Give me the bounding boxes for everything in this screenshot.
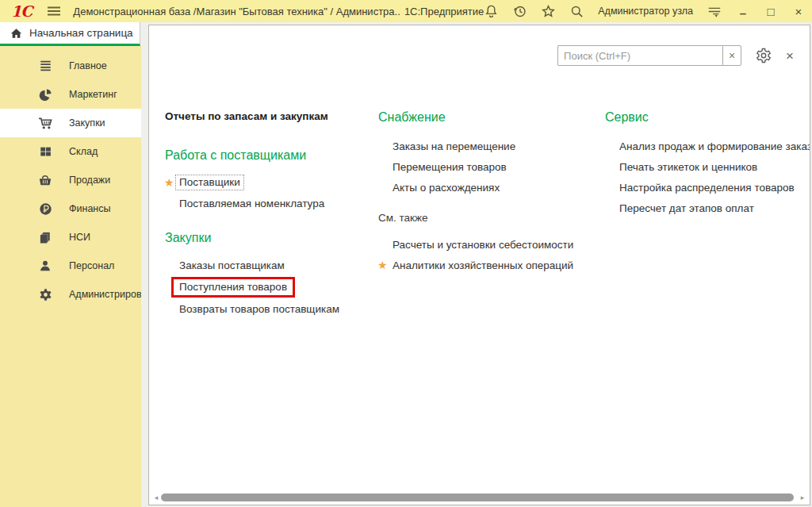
search-icon[interactable] — [569, 4, 584, 19]
person-icon — [37, 258, 53, 274]
sidebar-item-personal[interactable]: Персонал — [0, 252, 141, 280]
list-item-postavshchiki[interactable]: ★ Поставщики — [165, 172, 373, 193]
close-window-button[interactable]: × — [791, 6, 806, 17]
sidebar-item-nsi[interactable]: НСИ — [0, 223, 141, 252]
pie-chart-icon — [37, 86, 53, 102]
link-label[interactable]: Перемещения товаров — [393, 161, 507, 173]
grid-icon — [37, 144, 53, 159]
list-item-postavlyaemaya-nomenklatura[interactable]: Поставляемая номенклатура — [165, 193, 373, 213]
reports-link[interactable]: Отчеты по запасам и закупкам — [165, 110, 373, 125]
settings-gear-icon[interactable] — [756, 48, 772, 63]
column-supply: Снабжение Заказы на перемещение Перемеще… — [378, 110, 599, 275]
link-label[interactable]: Заказы поставщикам — [179, 259, 285, 271]
list-item-vozvraty-tovarov[interactable]: Возвраты товаров поставщикам — [165, 298, 373, 319]
list-item-raschety-sebestoimosti[interactable]: Расчеты и установки себестоимости — [378, 234, 599, 255]
search-row: × × — [557, 45, 794, 66]
column-service: Сервис Анализ продаж и формирование зака… — [605, 110, 810, 218]
list-item-nastroyka-raspredeleniya[interactable]: Настройка распределения товаров — [605, 177, 810, 198]
horizontal-scrollbar[interactable]: ◂ ▸ — [152, 493, 806, 502]
sidebar-item-label: Маркетинг — [69, 89, 117, 100]
sidebar-item-label: Продажи — [69, 175, 110, 186]
list-item-peremeshcheniya-tovarov[interactable]: Перемещения товаров — [378, 156, 599, 177]
sidebar-item-glavnoe[interactable]: Главное — [0, 52, 141, 80]
sidebar-item-label: НСИ — [69, 232, 90, 243]
scrollbar-track[interactable] — [160, 494, 799, 501]
current-user-label[interactable]: Администратор узла — [598, 6, 693, 17]
sidebar-item-label: Администрирование — [69, 289, 141, 300]
search-input[interactable] — [557, 45, 722, 66]
sidebar-item-label: Персонал — [69, 260, 114, 271]
app-name: 1С:Предприятие — [404, 6, 484, 17]
sidebar-item-finansy[interactable]: Финансы — [0, 194, 141, 223]
scroll-right-arrow-icon[interactable]: ▸ — [799, 494, 806, 501]
link-label[interactable]: Поставщики — [175, 175, 244, 190]
section-header-see-also: См. также — [378, 212, 599, 226]
tab-home-label: Начальная страница — [29, 27, 133, 39]
list-item-pereschet-dat[interactable]: Пересчет дат этапов оплат — [605, 198, 810, 218]
sections-sidebar: Главное Маркетинг Закупки Склад Продажи … — [0, 46, 141, 507]
section-header-servis: Сервис — [605, 110, 810, 128]
favorite-star-icon[interactable]: ★ — [377, 259, 388, 271]
menu-lines-icon — [37, 58, 53, 74]
sidebar-item-zakupki[interactable]: Закупки — [0, 109, 141, 137]
history-icon[interactable] — [512, 4, 527, 19]
basket-icon — [37, 172, 53, 188]
notifications-bell-icon[interactable] — [484, 4, 499, 19]
section-header-snabzhenie: Снабжение — [378, 110, 599, 128]
gear-icon — [37, 286, 53, 302]
link-label[interactable]: Возвраты товаров поставщикам — [179, 303, 339, 315]
link-label[interactable]: Пересчет дат этапов оплат — [619, 202, 754, 214]
service-menu-icon[interactable] — [707, 4, 722, 18]
sidebar-item-label: Закупки — [69, 117, 105, 129]
sidebar-item-marketing[interactable]: Маркетинг — [0, 80, 141, 109]
list-item-pechat-etiketok[interactable]: Печать этикеток и ценников — [605, 156, 810, 177]
list-item-zakazy-postavshchikam[interactable]: Заказы поставщикам — [165, 255, 373, 275]
link-label[interactable]: Расчеты и установки себестоимости — [393, 239, 573, 251]
scrollbar-thumb[interactable] — [161, 494, 794, 501]
scroll-left-arrow-icon[interactable]: ◂ — [152, 494, 160, 501]
sidebar-item-sklad[interactable]: Склад — [0, 137, 141, 166]
sidebar-item-prodazhi[interactable]: Продажи — [0, 166, 141, 194]
main-menu-burger-icon[interactable] — [46, 5, 62, 17]
column-purchases: Отчеты по запасам и закупкам Работа с по… — [165, 110, 373, 319]
link-label[interactable]: Аналитики хозяйственных операций — [393, 259, 573, 271]
functions-panel: × × Отчеты по запасам и закупкам Работа … — [148, 25, 810, 505]
clear-search-button[interactable]: × — [722, 45, 741, 66]
window-title: Демонстрационная база /Магазин "Бытовая … — [73, 6, 400, 17]
tab-strip: Начальная страница — [0, 22, 148, 46]
section-header-suppliers: Работа с поставщиками — [165, 148, 373, 166]
minimize-button[interactable]: – — [736, 7, 750, 19]
link-label[interactable]: Печать этикеток и ценников — [619, 161, 757, 173]
close-panel-icon[interactable]: × — [786, 49, 794, 63]
stacked-docs-icon — [37, 229, 53, 245]
list-item-akty-o-raskhozhdeniyakh[interactable]: Акты о расхождениях — [378, 177, 599, 198]
link-label[interactable]: Заказы на перемещение — [393, 140, 515, 152]
maximize-button[interactable]: □ — [764, 6, 778, 17]
list-item-analiz-prodazh[interactable]: Анализ продаж и формирование заказов — [605, 136, 810, 156]
sidebar-item-label: Склад — [69, 146, 98, 157]
link-label[interactable]: Поставляемая номенклатура — [179, 198, 324, 209]
list-item-zakazy-na-peremeshchenie[interactable]: Заказы на перемещение — [378, 136, 599, 156]
favorites-star-icon[interactable] — [541, 4, 556, 19]
link-label[interactable]: Акты о расхождениях — [393, 182, 500, 194]
list-item-postupleniya-tovarov[interactable]: Поступления товаров — [165, 275, 373, 298]
tab-home-page[interactable]: Начальная страница — [0, 22, 140, 46]
section-header-zakupki: Закупки — [165, 231, 373, 248]
home-icon — [10, 28, 22, 39]
titlebar: 1С Демонстрационная база /Магазин "Бытов… — [0, 0, 812, 22]
link-label[interactable]: Анализ продаж и формирование заказов — [619, 140, 810, 152]
favorite-star-icon[interactable]: ★ — [164, 177, 174, 188]
list-item-analitiki-operatsiy[interactable]: ★ Аналитики хозяйственных операций — [378, 255, 599, 275]
highlight-box[interactable]: Поступления товаров — [171, 277, 295, 298]
ruble-icon — [37, 201, 53, 217]
1c-logo-icon: 1С — [11, 2, 32, 20]
sidebar-item-label: Главное — [69, 60, 107, 71]
sidebar-item-label: Финансы — [69, 203, 110, 214]
cart-icon — [37, 115, 53, 131]
link-label[interactable]: Настройка распределения товаров — [619, 182, 795, 194]
sidebar-item-administrirovanie[interactable]: Администрирование — [0, 280, 141, 309]
